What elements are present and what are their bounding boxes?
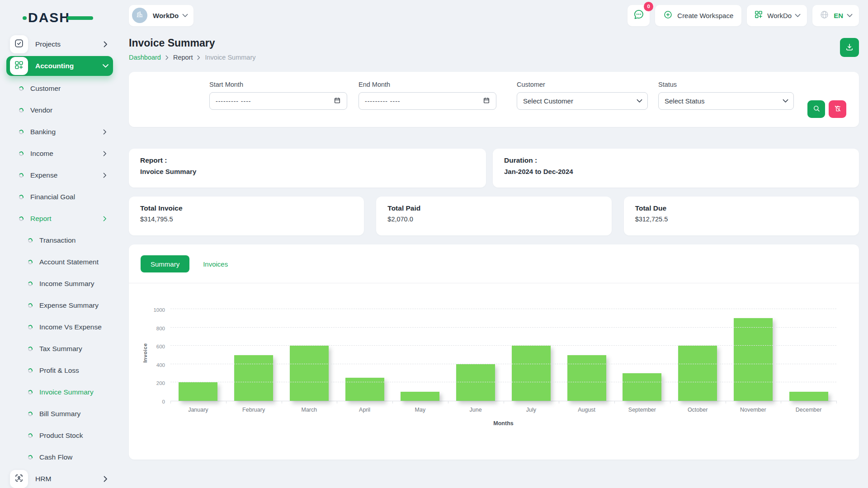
sidebar-item-label: Income [30, 150, 103, 158]
main-content: Invoice Summary Dashboard Report Invoice… [129, 36, 859, 460]
sidebar-item-label: Transaction [39, 236, 107, 244]
app-menu-label: WorkDo [767, 12, 792, 19]
page-title: Invoice Summary [129, 36, 255, 49]
sidebar-item-label: Cash Flow [39, 453, 107, 461]
sidebar-item-transaction[interactable]: Transaction [0, 230, 118, 251]
sidebar-item-expense[interactable]: Expense [0, 164, 118, 186]
sidebar-item-bill-summary[interactable]: Bill Summary [0, 403, 118, 425]
sidebar-item-label: Vendor [30, 106, 107, 114]
app-logo-text: DASH [28, 10, 70, 25]
bar-slot [670, 310, 726, 401]
bar-october[interactable] [678, 346, 717, 401]
sidebar-item-profit-loss[interactable]: Profit & Loss [0, 360, 118, 381]
bar-february[interactable] [234, 355, 273, 401]
sidebar-item-vendor[interactable]: Vendor [0, 99, 118, 121]
sidebar-item-customer[interactable]: Customer [0, 78, 118, 99]
sidebar-item-projects[interactable]: Projects [6, 34, 113, 54]
apply-filter-button[interactable] [807, 100, 825, 118]
sidebar-item-tax-summary[interactable]: Tax Summary [0, 338, 118, 360]
bar-july[interactable] [512, 346, 551, 401]
bar-august[interactable] [567, 355, 606, 401]
sidebar-item-product-stock[interactable]: Product Stock [0, 425, 118, 446]
sidebar-item-accounting[interactable]: Accounting [6, 56, 113, 76]
bar-slot [504, 310, 559, 401]
total-paid-value: $2,070.0 [387, 216, 600, 223]
chevron-right-icon [165, 55, 169, 60]
x-tick-label: August [559, 407, 614, 413]
messages-button[interactable]: 0 [627, 5, 650, 26]
tab-summary[interactable]: Summary [141, 255, 189, 272]
x-tick-label: October [670, 407, 726, 413]
bar-slot [226, 310, 282, 401]
sidebar-item-label: Report [30, 215, 103, 223]
customer-select[interactable]: Select Customer [517, 92, 648, 110]
download-button[interactable] [840, 38, 859, 57]
sidebar-item-label: Banking [30, 128, 103, 136]
sidebar-item-invoice-summary[interactable]: Invoice Summary [0, 381, 118, 403]
breadcrumb-report[interactable]: Report [173, 54, 193, 61]
bar-january[interactable] [179, 382, 217, 401]
tabs: Summary Invoices [129, 255, 859, 272]
plus-circle-icon [663, 10, 673, 21]
sidebar-item-report[interactable]: Report [0, 208, 118, 230]
sidebar-item-expense-summary[interactable]: Expense Summary [0, 295, 118, 316]
user-scan-icon [14, 473, 24, 485]
axis-tick [781, 401, 781, 404]
total-paid-card: Total Paid $2,070.0 [376, 197, 611, 235]
calendar-icon[interactable] [483, 97, 490, 106]
bar-june[interactable] [456, 364, 495, 401]
chevron-right-icon [103, 216, 107, 221]
create-workspace-button[interactable]: Create Workspace [655, 5, 741, 26]
invoice-bar-chart: Invoice 02004006008001000 JanuaryFebruar… [170, 310, 836, 427]
sidebar-item-income[interactable]: Income [0, 143, 118, 164]
bar-may[interactable] [401, 392, 439, 401]
chevron-down-icon [847, 14, 853, 18]
bullet-icon [19, 216, 24, 222]
sidebar-item-label: Income Vs Expense [39, 323, 107, 331]
workspace-selector[interactable]: WorkDo [129, 5, 193, 26]
bar-march[interactable] [290, 346, 329, 401]
calendar-icon[interactable] [334, 97, 341, 106]
workspace-avatar [132, 8, 147, 23]
y-tick-label: 0 [162, 399, 165, 404]
sidebar-item-label: Customer [30, 84, 107, 93]
reset-filter-button[interactable] [829, 100, 846, 118]
bar-september[interactable] [623, 373, 661, 401]
chart-x-labels: JanuaryFebruaryMarchAprilMayJuneJulyAugu… [170, 407, 836, 413]
bar-december[interactable] [789, 392, 828, 401]
sidebar-item-income-summary[interactable]: Income Summary [0, 273, 118, 295]
chevron-down-icon [795, 14, 801, 18]
language-selector[interactable]: EN [812, 5, 859, 26]
x-axis-title: Months [170, 420, 836, 427]
report-card: Report : Invoice Summary [129, 149, 486, 188]
bar-april[interactable] [345, 378, 384, 401]
chevron-right-icon [103, 173, 107, 178]
status-select[interactable]: Select Status [658, 92, 794, 110]
totals-row: Total Invoice $314,795.5 Total Paid $2,0… [129, 197, 859, 235]
axis-tick [337, 401, 337, 404]
bullet-icon [19, 129, 24, 135]
end-month-label: End Month [359, 81, 496, 88]
sidebar-item-account-statement[interactable]: Account Statement [0, 251, 118, 273]
tab-invoices[interactable]: Invoices [203, 260, 228, 268]
sidebar-item-hrm[interactable]: HRM [6, 469, 113, 488]
chevron-right-icon [104, 476, 108, 482]
app-logo[interactable]: DASH [28, 8, 91, 27]
topbar: WorkDo 0 Create Workspace WorkDo [129, 5, 859, 26]
bullet-icon [19, 173, 24, 178]
messages-badge: 0 [644, 2, 653, 11]
sidebar-item-cash-flow[interactable]: Cash Flow [0, 446, 118, 468]
building-icon [136, 10, 144, 20]
chart-y-axis-labels: 02004006008001000 [147, 310, 165, 401]
grid-plus-icon [14, 60, 24, 72]
app-menu-button[interactable]: WorkDo [747, 5, 807, 26]
breadcrumb-dashboard[interactable]: Dashboard [129, 54, 161, 61]
start-month-input[interactable]: --------- ---- [209, 92, 347, 110]
sidebar-item-banking[interactable]: Banking [0, 121, 118, 143]
x-tick-label: December [781, 407, 836, 413]
end-month-input[interactable]: --------- ---- [359, 92, 496, 110]
total-paid-label: Total Paid [387, 204, 600, 212]
sidebar-item-income-vs-expense[interactable]: Income Vs Expense [0, 316, 118, 338]
bar-november[interactable] [734, 318, 773, 401]
sidebar-item-financial-goal[interactable]: Financial Goal [0, 186, 118, 208]
